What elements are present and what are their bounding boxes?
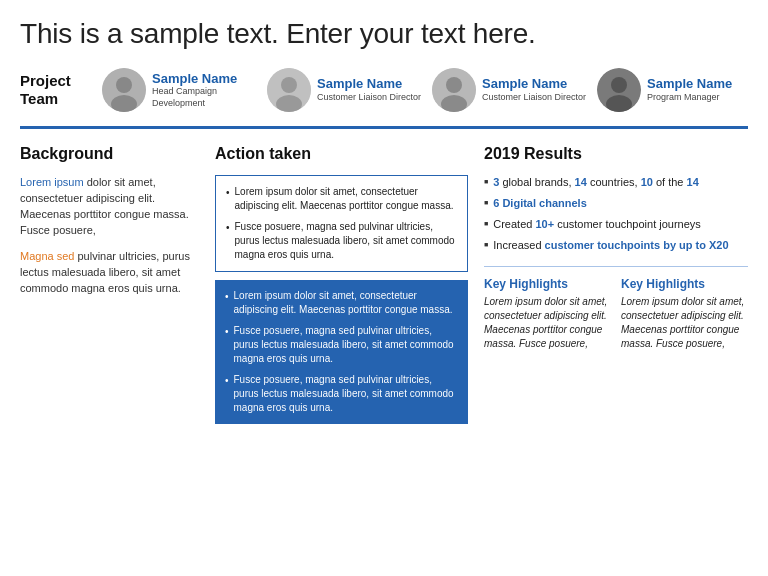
member-info-1: Sample Name Head Campaign Development (152, 71, 257, 110)
highlight-col-2: Key Highlights Lorem ipsum dolor sit ame… (621, 277, 748, 351)
avatar-1 (102, 68, 146, 112)
member-name-1: Sample Name (152, 71, 257, 87)
results-bold-4: 14 (687, 176, 699, 188)
member-info-2: Sample Name Customer Liaison Director (317, 76, 421, 103)
background-paragraph-2: Magna sed pulvinar ultricies, purus lect… (20, 249, 201, 297)
results-item-2: 6 Digital channels (484, 196, 748, 212)
action-taken-title: Action taken (215, 145, 468, 163)
highlight-title-2: Key Highlights (621, 277, 748, 291)
background-paragraph-1: Lorem ipsum dolor sit amet, consectetuer… (20, 175, 201, 239)
section-divider (20, 126, 748, 129)
action-white-text-2: Fusce posuere, magna sed pulvinar ultric… (235, 220, 457, 262)
results-title: 2019 Results (484, 145, 748, 163)
team-member-2: Sample Name Customer Liaison Director (267, 68, 422, 112)
action-blue-item-1: • Lorem ipsum dolor sit amet, consectetu… (225, 289, 458, 317)
highlight-text-1: Lorem ipsum dolor sit amet, consectetuer… (484, 295, 611, 351)
background-column: Background Lorem ipsum dolor sit amet, c… (20, 145, 215, 307)
highlight-text-2: Lorem ipsum dolor sit amet, consectetuer… (621, 295, 748, 351)
page-container: This is a sample text. Enter your text h… (0, 0, 768, 452)
team-member-4: Sample Name Program Manager (597, 68, 752, 112)
action-white-box: • Lorem ipsum dolor sit amet, consectetu… (215, 175, 468, 272)
team-member-1: Sample Name Head Campaign Development (102, 68, 257, 112)
member-role-3: Customer Liaison Director (482, 92, 586, 104)
svg-point-7 (446, 77, 462, 93)
results-bold-1: 3 (493, 176, 499, 188)
member-name-4: Sample Name (647, 76, 732, 92)
team-member-3: Sample Name Customer Liaison Director (432, 68, 587, 112)
results-bold-x20: customer touchpoints by up to X20 (545, 239, 729, 251)
action-blue-text-1: Lorem ipsum dolor sit amet, consectetuer… (234, 289, 458, 317)
bullet-icon-5: • (225, 374, 229, 388)
results-digital-channels: 6 Digital channels (493, 196, 587, 212)
background-highlight-1: Lorem ipsum (20, 176, 84, 188)
project-team-section: Project Team Sample Name Head Campaign D… (20, 68, 748, 120)
results-item-4-text: Increased customer touchpoints by up to … (493, 238, 728, 254)
background-highlight-2: Magna sed (20, 250, 74, 262)
avatar-4 (597, 68, 641, 112)
action-white-item-1: • Lorem ipsum dolor sit amet, consectetu… (226, 185, 457, 213)
svg-point-10 (611, 77, 627, 93)
highlight-col-1: Key Highlights Lorem ipsum dolor sit ame… (484, 277, 611, 351)
member-name-2: Sample Name (317, 76, 421, 92)
action-white-text-1: Lorem ipsum dolor sit amet, consectetuer… (235, 185, 457, 213)
results-bold-touchpoint: 10+ (535, 218, 554, 230)
member-role-4: Program Manager (647, 92, 732, 104)
results-item-1: 3 global brands, 14 countries, 10 of the… (484, 175, 748, 191)
bullet-icon-2: • (226, 221, 230, 235)
bullet-icon-3: • (225, 290, 229, 304)
background-title: Background (20, 145, 201, 163)
member-role-2: Customer Liaison Director (317, 92, 421, 104)
action-blue-item-2: • Fusce posuere, magna sed pulvinar ultr… (225, 324, 458, 366)
bullet-icon-4: • (225, 325, 229, 339)
main-title: This is a sample text. Enter your text h… (20, 18, 748, 50)
highlights-row: Key Highlights Lorem ipsum dolor sit ame… (484, 277, 748, 351)
svg-point-4 (281, 77, 297, 93)
results-column: 2019 Results 3 global brands, 14 countri… (480, 145, 748, 351)
results-item-3: Created 10+ customer touchpoint journeys (484, 217, 748, 233)
main-columns: Background Lorem ipsum dolor sit amet, c… (20, 145, 748, 432)
bullet-icon-1: • (226, 186, 230, 200)
action-blue-item-3: • Fusce posuere, magna sed pulvinar ultr… (225, 373, 458, 415)
member-name-3: Sample Name (482, 76, 586, 92)
member-info-3: Sample Name Customer Liaison Director (482, 76, 586, 103)
avatar-3 (432, 68, 476, 112)
results-item-4: Increased customer touchpoints by up to … (484, 238, 748, 254)
results-divider (484, 266, 748, 267)
member-role-1: Head Campaign Development (152, 86, 257, 109)
results-bold-3: 10 (641, 176, 653, 188)
team-members: Sample Name Head Campaign Development Sa… (102, 68, 752, 112)
action-blue-box: • Lorem ipsum dolor sit amet, consectetu… (215, 280, 468, 424)
action-taken-column: Action taken • Lorem ipsum dolor sit ame… (215, 145, 480, 432)
results-list: 3 global brands, 14 countries, 10 of the… (484, 175, 748, 254)
action-blue-text-3: Fusce posuere, magna sed pulvinar ultric… (234, 373, 458, 415)
action-white-item-2: • Fusce posuere, magna sed pulvinar ultr… (226, 220, 457, 262)
results-bold-2: 14 (575, 176, 587, 188)
member-info-4: Sample Name Program Manager (647, 76, 732, 103)
avatar-2 (267, 68, 311, 112)
highlight-title-1: Key Highlights (484, 277, 611, 291)
team-label: Project Team (20, 72, 102, 108)
svg-point-1 (116, 77, 132, 93)
results-item-3-text: Created 10+ customer touchpoint journeys (493, 217, 701, 233)
results-item-1-text: 3 global brands, 14 countries, 10 of the… (493, 175, 699, 191)
action-blue-text-2: Fusce posuere, magna sed pulvinar ultric… (234, 324, 458, 366)
